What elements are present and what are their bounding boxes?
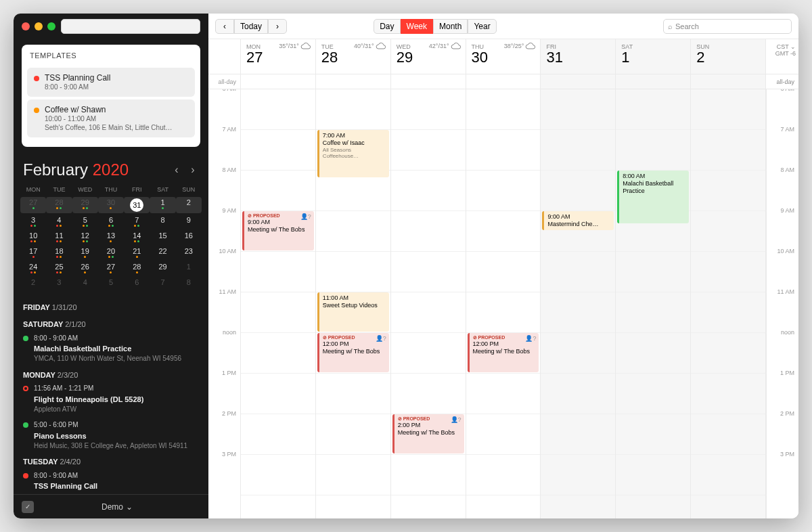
mini-cal-day[interactable]: 6 — [98, 215, 124, 229]
view-segmented: DayWeekMonthYear — [374, 19, 496, 34]
grid-days: ⊘ PROPOSED 👤? 9:00 AM Meeting w/ The Bob… — [241, 89, 766, 518]
mini-cal-day[interactable]: 2 — [20, 277, 46, 288]
mini-cal-day[interactable]: 4 — [46, 215, 72, 229]
mini-cal-day[interactable]: 30 — [98, 197, 124, 213]
template-item[interactable]: Coffee w/ Shawn 10:00 - 11:00 AM Seth's … — [27, 99, 195, 137]
day-header[interactable]: THU30 38°/25° — [466, 39, 541, 74]
mini-cal-day[interactable]: 21 — [124, 246, 150, 260]
mini-cal-day[interactable]: 29 — [72, 197, 98, 213]
calendar-event[interactable]: 7:00 AM Coffee w/ Isaac All Seasons Coff… — [317, 130, 389, 177]
mini-cal-day[interactable]: 25 — [46, 261, 72, 275]
mini-cal-day[interactable]: 9 — [176, 215, 202, 229]
close-dot[interactable] — [22, 22, 30, 30]
mini-cal-day[interactable]: 27 — [98, 261, 124, 275]
mini-cal-day[interactable]: 5 — [72, 215, 98, 229]
view-day[interactable]: Day — [374, 19, 400, 34]
grid-day-column[interactable] — [691, 89, 766, 518]
view-week[interactable]: Week — [401, 19, 433, 34]
day-header[interactable]: SAT1 — [616, 39, 691, 74]
zoom-dot[interactable] — [47, 22, 55, 30]
view-month[interactable]: Month — [433, 19, 468, 34]
agenda-list[interactable]: FRIDAY 1/31/20SATURDAY 2/1/20 8:00 - 9:0… — [14, 296, 208, 494]
calendar-event[interactable]: ⊘ PROPOSED 👤? 12:00 PM Meeting w/ The Bo… — [468, 333, 539, 372]
week-grid[interactable]: 6 AM7 AM8 AM9 AM10 AM11 AMnoon1 PM2 PM3 … — [208, 89, 798, 518]
grid-day-column[interactable]: ⊘ PROPOSED 👤? 12:00 PM Meeting w/ The Bo… — [466, 89, 541, 518]
agenda-day-header: MONDAY 2/3/20 — [23, 370, 199, 380]
weather: 40°/31° — [354, 42, 386, 50]
calendar-event[interactable]: 9:00 AM Mastermind Che… — [542, 211, 614, 230]
template-time: 10:00 - 11:00 AM — [45, 114, 173, 123]
mini-cal-dow: MONTUEWEDTHUFRISATSUN — [14, 183, 208, 196]
mini-cal-day[interactable]: 11 — [46, 230, 72, 244]
nav-next[interactable]: › — [268, 19, 287, 34]
day-header[interactable]: WED29 42°/31° — [391, 39, 466, 74]
calendar-set-picker[interactable]: Demo ⌄ — [102, 502, 133, 512]
agenda-event[interactable]: 8:00 - 9:00 AM Malachi Basketball Practi… — [23, 334, 199, 363]
calendar-event[interactable]: ⊘ PROPOSED 👤? 2:00 PM Meeting w/ The Bob… — [392, 414, 464, 453]
mini-cal-day[interactable]: 19 — [72, 246, 98, 260]
calendar-event[interactable]: ⊘ PROPOSED 👤? 12:00 PM Meeting w/ The Bo… — [317, 333, 389, 372]
calendar-event[interactable]: 8:00 AM Malachi Basketball Practice — [617, 171, 689, 223]
search-field[interactable]: ⌕ Search — [663, 19, 792, 34]
mini-cal-day[interactable]: 22 — [150, 246, 175, 260]
mini-cal-day[interactable]: 10 — [20, 230, 46, 244]
timezone-label[interactable]: CST ⌄GMT -6 — [766, 39, 798, 74]
nav-prev[interactable]: ‹ — [215, 19, 234, 34]
mini-cal-day[interactable]: 1 — [150, 197, 175, 213]
grid-day-column[interactable]: 7:00 AM Coffee w/ Isaac All Seasons Coff… — [316, 89, 391, 518]
day-header[interactable]: FRI31 — [541, 39, 616, 74]
mini-cal-day[interactable]: 8 — [150, 215, 175, 229]
month-next[interactable]: › — [187, 164, 199, 176]
mini-cal-day[interactable]: 12 — [72, 230, 98, 244]
mini-cal-day[interactable]: 4 — [72, 277, 98, 288]
view-year[interactable]: Year — [468, 19, 496, 34]
grid-day-column[interactable]: ⊘ PROPOSED 👤? 9:00 AM Meeting w/ The Bob… — [241, 89, 316, 518]
search-icon: ⌕ — [668, 22, 673, 30]
mini-cal-day[interactable]: 15 — [150, 230, 175, 244]
calendar-event[interactable]: 11:00 AM Sweet Setup Videos — [317, 292, 389, 332]
mini-cal-day[interactable]: 7 — [150, 277, 175, 288]
today-button[interactable]: Today — [234, 19, 268, 34]
sidebar-search[interactable] — [61, 19, 200, 34]
mini-cal-day[interactable]: 6 — [124, 277, 150, 288]
footer-check-icon[interactable]: ✓ — [22, 501, 34, 513]
agenda-event[interactable]: 11:56 AM - 1:21 PM Flight to Minneapolis… — [23, 384, 199, 414]
mini-cal-day[interactable]: 27 — [20, 197, 46, 213]
mini-cal-day[interactable]: 24 — [20, 261, 46, 275]
mini-cal-day[interactable]: 13 — [98, 230, 124, 244]
mini-cal-day[interactable]: 3 — [20, 215, 46, 229]
mini-cal-day[interactable]: 7 — [124, 215, 150, 229]
day-header[interactable]: SUN2 — [691, 39, 766, 74]
mini-cal-day[interactable]: 1 — [176, 261, 202, 275]
mini-cal-day[interactable]: 2 — [176, 197, 202, 213]
allday-row: all-day all-day — [208, 74, 798, 89]
day-header[interactable]: MON27 35°/31° — [241, 39, 316, 74]
mini-cal-day[interactable]: 14 — [124, 230, 150, 244]
mini-cal-day[interactable]: 17 — [20, 246, 46, 260]
grid-day-column[interactable]: ⊘ PROPOSED 👤? 2:00 PM Meeting w/ The Bob… — [391, 89, 466, 518]
mini-cal-day[interactable]: 3 — [46, 277, 72, 288]
agenda-event[interactable]: 8:00 - 9:00 AM TSS Planning Call — [23, 471, 199, 491]
mini-cal-day[interactable]: 29 — [150, 261, 175, 275]
mini-calendar[interactable]: 2728293031123456789101112131415161718192… — [14, 196, 208, 296]
agenda-day-header: TUESDAY 2/4/20 — [23, 457, 199, 467]
mini-cal-day[interactable]: 26 — [72, 261, 98, 275]
day-header[interactable]: TUE28 40°/31° — [316, 39, 391, 74]
template-location: Seth's Coffee, 106 E Main St, Little Chu… — [45, 123, 173, 132]
grid-day-column[interactable]: 9:00 AM Mastermind Che… — [541, 89, 616, 518]
mini-cal-day[interactable]: 5 — [98, 277, 124, 288]
mini-cal-day[interactable]: 23 — [176, 246, 202, 260]
mini-cal-day[interactable]: 28 — [46, 197, 72, 213]
mini-cal-day[interactable]: 8 — [176, 277, 202, 288]
grid-day-column[interactable]: 8:00 AM Malachi Basketball Practice — [616, 89, 691, 518]
mini-cal-day[interactable]: 16 — [176, 230, 202, 244]
month-prev[interactable]: ‹ — [171, 164, 183, 176]
minimize-dot[interactable] — [35, 22, 43, 30]
template-item[interactable]: TSS Planning Call 8:00 - 9:00 AM — [27, 68, 195, 97]
mini-cal-day[interactable]: 18 — [46, 246, 72, 260]
mini-cal-day[interactable]: 31 — [124, 197, 150, 213]
agenda-event[interactable]: 5:00 - 6:00 PM Piano Lessons Heid Music,… — [23, 420, 199, 450]
mini-cal-day[interactable]: 28 — [124, 261, 150, 275]
calendar-event[interactable]: ⊘ PROPOSED 👤? 9:00 AM Meeting w/ The Bob… — [242, 211, 314, 250]
mini-cal-day[interactable]: 20 — [98, 246, 124, 260]
